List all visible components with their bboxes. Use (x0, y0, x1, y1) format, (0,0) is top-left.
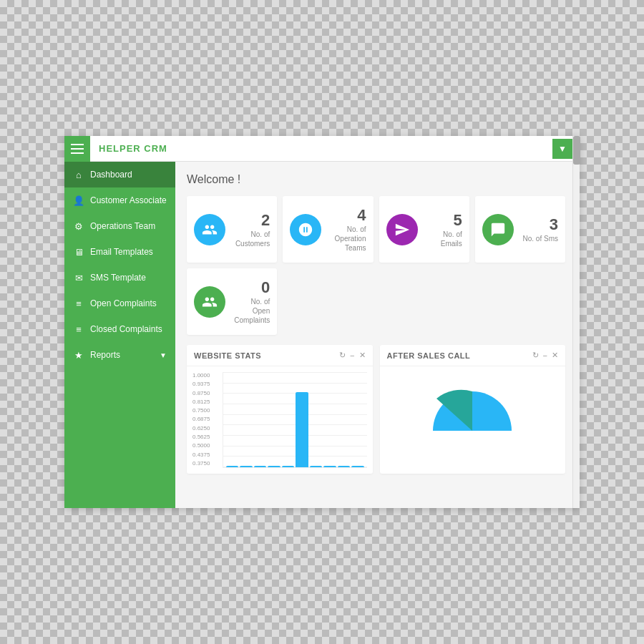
sidebar-label-operations-team: Operations Team (90, 221, 167, 231)
stat-card-operation-teams: 4 No. of OperationTeams (283, 196, 373, 263)
sidebar: ⌂ Dashboard 👤 Customer Associate ⚙ Opera… (64, 162, 175, 508)
y-axis: 1.0000 0.9375 0.8750 0.8125 0.7500 0.687… (192, 372, 223, 468)
sidebar-label-dashboard: Dashboard (90, 170, 167, 180)
y-label: 0.9375 (192, 381, 220, 387)
closed-complaints-icon: ≡ (73, 323, 84, 335)
sidebar-label-customer-associate: Customer Associate (90, 195, 167, 205)
sms-label: No. of Sms (521, 234, 558, 243)
stats-grid: 2 No. of Customers 4 No. of OperationTea… (187, 196, 565, 263)
open-complaints-number: 0 (233, 278, 270, 297)
sidebar-item-operations-team[interactable]: ⚙ Operations Team (64, 213, 175, 239)
y-label: 0.7500 (192, 407, 220, 414)
scrollbar[interactable] (572, 136, 580, 508)
operation-teams-info: 4 No. of OperationTeams (328, 206, 366, 253)
stat-card-customers: 2 No. of Customers (187, 196, 277, 263)
operations-icon: ⚙ (73, 220, 84, 232)
logo-accent: CRM (141, 143, 167, 154)
customers-label: No. of Customers (233, 230, 270, 248)
sidebar-label-sms-template: SMS Template (90, 273, 167, 283)
open-complaints-stat-label: No. of OpenComplaints (233, 297, 270, 325)
sidebar-label-reports: Reports (90, 350, 154, 360)
top-bar-right: ▼ (552, 139, 572, 159)
sms-stat-icon (482, 214, 514, 245)
website-stats-title: WEBSITE STATS (194, 351, 339, 360)
customers-icon (194, 214, 225, 245)
sms-info: 3 No. of Sms (521, 215, 558, 243)
y-label: 0.3750 (192, 460, 220, 467)
operation-teams-icon (290, 214, 321, 245)
open-complaints-icon: ≡ (73, 298, 84, 309)
website-stats-close-btn[interactable]: ✕ (359, 351, 366, 360)
sidebar-label-open-complaints: Open Complaints (90, 298, 167, 308)
sidebar-item-email-templates[interactable]: 🖥 Email Templates (64, 239, 175, 265)
main-content: Welcome ! 2 No. of Customers (175, 162, 580, 508)
logo-text: HELPER (99, 143, 141, 154)
after-sales-header: AFTER SALES CALL ↻ − ✕ (380, 345, 566, 366)
stat-card-emails: 5 No. of Emails (379, 196, 469, 263)
pie-chart (386, 372, 560, 468)
bar-item (268, 466, 280, 467)
website-stats-refresh-btn[interactable]: ↻ (339, 351, 346, 360)
website-stats-chart: WEBSITE STATS ↻ − ✕ 1.0000 0.9375 (187, 345, 373, 474)
customers-number: 2 (233, 211, 270, 230)
stat-card-sms: 3 No. of Sms (475, 196, 565, 263)
pie-clip (422, 431, 522, 467)
y-label: 0.4375 (192, 452, 220, 458)
stats-row2: 0 No. of OpenComplaints (187, 268, 565, 335)
emails-info: 5 No. of Emails (425, 211, 462, 248)
welcome-title: Welcome ! (187, 173, 565, 186)
website-stats-controls: ↻ − ✕ (339, 351, 365, 360)
y-label: 0.8750 (192, 390, 220, 396)
home-icon: ⌂ (73, 169, 84, 180)
bar-item-tall (296, 392, 308, 467)
after-sales-refresh-btn[interactable]: ↻ (532, 351, 539, 360)
sidebar-item-customer-associate[interactable]: 👤 Customer Associate (64, 187, 175, 213)
bar-item (323, 466, 336, 467)
empty-stat-2 (283, 268, 373, 335)
sidebar-item-reports[interactable]: ★ Reports ▼ (64, 342, 175, 368)
after-sales-title: AFTER SALES CALL (387, 351, 532, 360)
scrollbar-thumb[interactable] (573, 136, 580, 165)
open-complaints-stat-icon (194, 286, 225, 318)
open-complaints-stat-info: 0 No. of OpenComplaints (233, 278, 270, 325)
bar-item (282, 466, 294, 467)
sidebar-item-open-complaints[interactable]: ≡ Open Complaints (64, 291, 175, 316)
customer-icon: 👤 (73, 195, 84, 206)
reports-icon: ★ (73, 349, 84, 361)
after-sales-controls: ↻ − ✕ (532, 351, 558, 360)
emails-icon (386, 214, 418, 245)
empty-stat-4 (475, 268, 565, 335)
sidebar-item-sms-template[interactable]: ✉ SMS Template (64, 265, 175, 291)
app-logo: HELPER CRM (90, 143, 176, 154)
charts-row: WEBSITE STATS ↻ − ✕ 1.0000 0.9375 (187, 345, 565, 474)
sms-number: 3 (521, 215, 558, 234)
bar-chart-area (223, 372, 367, 468)
stat-card-open-complaints: 0 No. of OpenComplaints (187, 268, 277, 335)
bar-item (226, 466, 238, 467)
sidebar-toggle-button[interactable] (64, 136, 90, 162)
hamburger-icon (71, 144, 84, 154)
operation-teams-label: No. of OperationTeams (328, 225, 366, 253)
sidebar-item-closed-complaints[interactable]: ≡ Closed Complaints (64, 316, 175, 342)
y-label: 0.5000 (192, 442, 220, 449)
sidebar-item-dashboard[interactable]: ⌂ Dashboard (64, 162, 175, 187)
after-sales-minimize-btn[interactable]: − (543, 351, 547, 360)
after-sales-body (380, 366, 566, 474)
bar-item (351, 466, 364, 467)
bar-item (254, 466, 266, 467)
website-stats-header: WEBSITE STATS ↻ − ✕ (187, 345, 373, 366)
customers-info: 2 No. of Customers (233, 211, 270, 248)
emails-number: 5 (425, 211, 462, 230)
dropdown-button[interactable]: ▼ (552, 139, 572, 159)
email-templates-icon: 🖥 (73, 246, 84, 258)
operation-teams-number: 4 (328, 206, 366, 225)
sms-icon: ✉ (73, 272, 84, 283)
y-label: 0.6250 (192, 425, 220, 431)
top-bar: HELPER CRM ▼ (64, 136, 580, 162)
bars-container (223, 372, 367, 467)
emails-label: No. of Emails (425, 230, 462, 248)
after-sales-close-btn[interactable]: ✕ (552, 351, 558, 360)
y-label: 0.6875 (192, 416, 220, 422)
website-stats-minimize-btn[interactable]: − (350, 351, 354, 360)
website-stats-body: 1.0000 0.9375 0.8750 0.8125 0.7500 0.687… (187, 366, 373, 474)
